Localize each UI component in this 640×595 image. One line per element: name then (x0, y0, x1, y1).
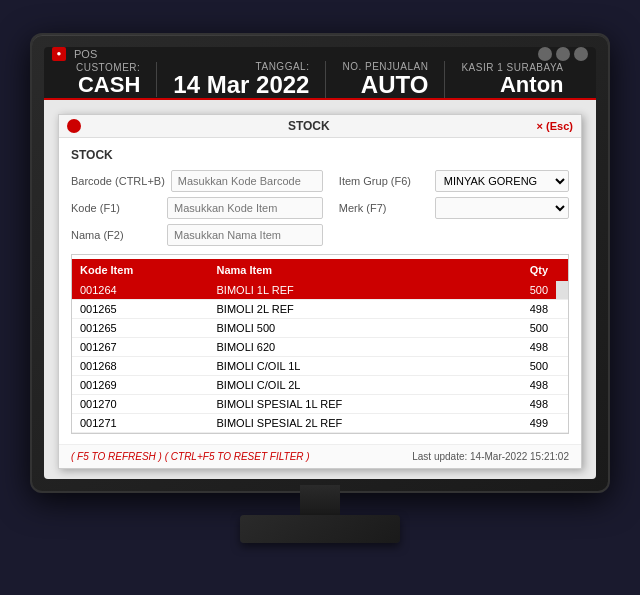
cell-nama: BIMOLI 620 (209, 337, 489, 356)
table-row[interactable]: 001270BIMOLI SPESIAL 1L REF498 (72, 394, 568, 413)
nama-row: Nama (F2) (71, 224, 323, 246)
section-title: STOCK (71, 148, 569, 162)
cell-nama: BIMOLI 500 (209, 318, 489, 337)
tanggal-section: TANGGAL: 14 Mar 2022 (157, 61, 326, 98)
table-row[interactable]: 001267BIMOLI 620498 (72, 337, 568, 356)
merk-label: Merk (F7) (339, 202, 429, 214)
nama-input[interactable] (167, 224, 323, 246)
cell-qty: 500 (488, 356, 556, 375)
col-qty: Qty (488, 259, 556, 281)
col-nama: Nama Item (209, 259, 489, 281)
customer-label: CUSTOMER: (76, 62, 140, 73)
form-right: Item Grup (F6) MINYAK GORENG Merk (F7) (339, 170, 569, 246)
dialog-title-bar: STOCK × (Esc) (59, 115, 581, 138)
cell-kode: 001264 (72, 281, 209, 300)
close-button[interactable]: × (574, 47, 588, 61)
cell-nama: BIMOLI 1L REF (209, 281, 489, 300)
barcode-row: Barcode (CTRL+B) (71, 170, 323, 192)
cell-nama: BIMOLI 2L REF (209, 299, 489, 318)
merk-row: Merk (F7) (339, 197, 569, 219)
form-left: Barcode (CTRL+B) Kode (F1) Nama (F2) (71, 170, 323, 246)
cell-nama: BIMOLI SPESIAL 1L REF (209, 394, 489, 413)
cell-kode: 001267 (72, 337, 209, 356)
title-bar: ● POS ─ □ × (44, 47, 596, 61)
table-row[interactable]: 001268BIMOLI C/OIL 1L500 (72, 356, 568, 375)
cell-kode: 001268 (72, 356, 209, 375)
item-grup-label: Item Grup (F6) (339, 175, 429, 187)
table-row[interactable]: 001265BIMOLI 500500 (72, 318, 568, 337)
app-title: POS (74, 48, 534, 60)
monitor-bezel: ● POS ─ □ × CUSTOMER: CASH (30, 33, 610, 493)
window-controls[interactable]: ─ □ × (538, 47, 588, 61)
maximize-button[interactable]: □ (556, 47, 570, 61)
table-row[interactable]: 001265BIMOLI 2L REF498 (72, 299, 568, 318)
cell-qty: 498 (488, 375, 556, 394)
minimize-button[interactable]: ─ (538, 47, 552, 61)
stock-table-wrapper: Kode Item Nama Item Qty 001264BIMOLI 1L … (71, 254, 569, 434)
dialog-icon (67, 119, 81, 133)
cell-kode: 001270 (72, 394, 209, 413)
stock-table: Kode Item Nama Item Qty 001264BIMOLI 1L … (72, 259, 568, 433)
merk-select[interactable] (435, 197, 569, 219)
cell-kode: 001271 (72, 413, 209, 432)
cell-qty: 498 (488, 394, 556, 413)
footer-hints: ( F5 TO REFRESH ) ( CTRL+F5 TO RESET FIL… (71, 451, 310, 462)
cell-qty: 498 (488, 299, 556, 318)
monitor-base (240, 515, 400, 543)
dialog-close-button[interactable]: × (Esc) (537, 120, 573, 132)
table-row[interactable]: 001269BIMOLI C/OIL 2L498 (72, 375, 568, 394)
customer-section: CUSTOMER: CASH (60, 62, 157, 97)
item-grup-row: Item Grup (F6) MINYAK GORENG (339, 170, 569, 192)
dialog-body: STOCK Barcode (CTRL+B) (59, 138, 581, 444)
item-grup-select[interactable]: MINYAK GORENG (435, 170, 569, 192)
dialog-title-left (67, 119, 81, 133)
barcode-input[interactable] (171, 170, 323, 192)
tanggal-value: 14 Mar 2022 (173, 72, 309, 98)
kode-input[interactable] (167, 197, 323, 219)
stock-dialog: STOCK × (Esc) STOCK Barcode (58, 114, 582, 469)
footer-last-update: Last update: 14-Mar-2022 15:21:02 (412, 451, 569, 462)
cell-qty: 498 (488, 337, 556, 356)
nama-label: Nama (F2) (71, 229, 161, 241)
kasir-label: Kasir 1 Surabaya (461, 62, 563, 73)
header-bar: CUSTOMER: CASH TANGGAL: 14 Mar 2022 NO. … (44, 61, 596, 100)
table-header-row: Kode Item Nama Item Qty (72, 259, 568, 281)
dialog-title: STOCK (288, 119, 330, 133)
kode-row: Kode (F1) (71, 197, 323, 219)
kasir-value: Anton (500, 73, 564, 97)
cell-nama: BIMOLI SPESIAL 2L REF (209, 413, 489, 432)
cell-qty: 499 (488, 413, 556, 432)
cell-kode: 001269 (72, 375, 209, 394)
barcode-label: Barcode (CTRL+B) (71, 175, 165, 187)
customer-value: CASH (78, 73, 140, 97)
table-row[interactable]: 001271BIMOLI SPESIAL 2L REF499 (72, 413, 568, 432)
monitor: ● POS ─ □ × CUSTOMER: CASH (30, 33, 610, 563)
kode-label: Kode (F1) (71, 202, 161, 214)
col-kode: Kode Item (72, 259, 209, 281)
cell-kode: 001265 (72, 299, 209, 318)
no-penjualan-section: NO. PENJUALAN AUTO (326, 61, 445, 98)
kasir-section: Kasir 1 Surabaya Anton (445, 62, 579, 97)
cell-nama: BIMOLI C/OIL 2L (209, 375, 489, 394)
tanggal-label: TANGGAL: (256, 61, 310, 72)
form-grid: Barcode (CTRL+B) Kode (F1) Nama (F2) (71, 170, 569, 246)
screen: ● POS ─ □ × CUSTOMER: CASH (44, 47, 596, 479)
no-penjualan-label: NO. PENJUALAN (342, 61, 428, 72)
cell-qty: 500 (488, 318, 556, 337)
monitor-neck (300, 485, 340, 515)
main-content: STOCK × (Esc) STOCK Barcode (44, 100, 596, 479)
last-update-label: Last update: (412, 451, 467, 462)
app-icon: ● (52, 47, 66, 61)
cell-qty: 500 (488, 281, 556, 300)
no-penjualan-value: AUTO (361, 72, 429, 98)
last-update-value: 14-Mar-2022 15:21:02 (470, 451, 569, 462)
dialog-footer: ( F5 TO REFRESH ) ( CTRL+F5 TO RESET FIL… (59, 444, 581, 468)
cell-nama: BIMOLI C/OIL 1L (209, 356, 489, 375)
cell-kode: 001265 (72, 318, 209, 337)
table-row[interactable]: 001264BIMOLI 1L REF500 (72, 281, 568, 300)
